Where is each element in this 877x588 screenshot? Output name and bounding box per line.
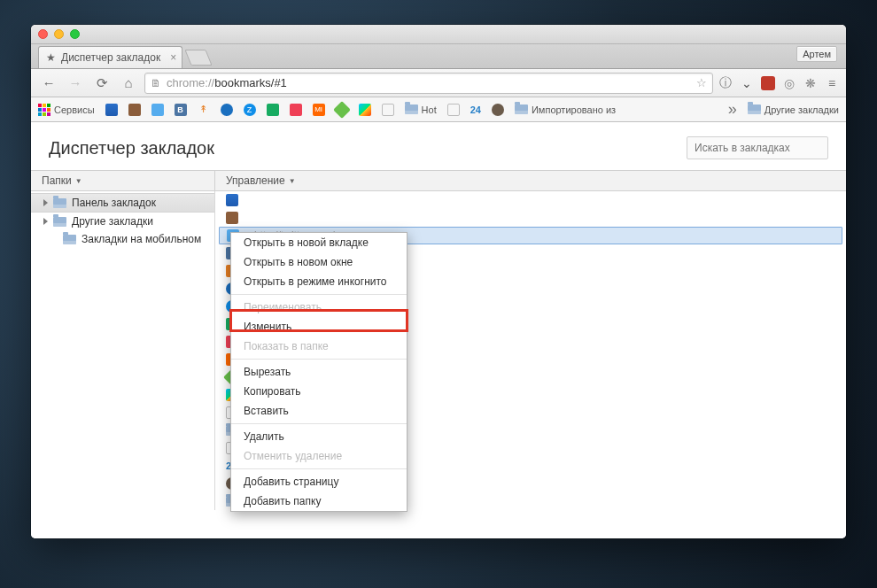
24-bookmark[interactable]: 24 xyxy=(470,104,481,115)
ctx-open-new-tab[interactable]: Открыть в новой вкладке xyxy=(231,233,407,252)
folder-icon xyxy=(515,104,528,114)
folder-icon xyxy=(748,104,761,114)
new-tab-button[interactable] xyxy=(185,50,213,66)
tree-item-mobile[interactable]: Закладки на мобильном xyxy=(31,230,214,248)
extension-icons: ⓘ ⌄ ◎ ❋ ≡ xyxy=(718,76,839,90)
window-minimize-button[interactable] xyxy=(54,29,64,39)
ext-red-icon[interactable] xyxy=(761,76,775,90)
ctx-paste[interactable]: Вставить xyxy=(231,401,407,421)
ctx-show-in-folder: Показать в папке xyxy=(231,337,407,356)
ctx-add-folder[interactable]: Добавить папку xyxy=(231,491,407,511)
favicon-5[interactable]: ↟ xyxy=(198,104,210,116)
twitter-icon[interactable] xyxy=(151,104,164,116)
tree-label: Закладки на мобильном xyxy=(81,233,201,245)
vk-icon[interactable]: B xyxy=(175,104,187,116)
apps-button[interactable]: Сервисы xyxy=(38,104,95,116)
toolbar: ← → ⟳ ⌂ 🗎 chrome:// bookmarks/#1 ☆ ⓘ ⌄ ◎… xyxy=(31,69,846,97)
omnibox[interactable]: 🗎 chrome:// bookmarks/#1 ☆ xyxy=(144,73,713,94)
page-title: Диспетчер закладок xyxy=(49,138,214,159)
ctx-delete[interactable]: Удалить xyxy=(231,427,407,446)
favicon-6[interactable] xyxy=(221,104,233,116)
tree-label: Другие закладки xyxy=(72,215,153,228)
favicon-14[interactable] xyxy=(447,104,460,116)
hot-label: Hot xyxy=(422,104,437,115)
folders-label: Папки xyxy=(42,174,72,187)
play-icon[interactable] xyxy=(359,104,371,116)
context-menu: Открыть в новой вкладке Открыть в новом … xyxy=(230,232,407,512)
forward-button[interactable]: → xyxy=(65,74,86,93)
tab-strip: ★ Диспетчер закладок × Артем xyxy=(31,44,846,69)
onedrive-icon[interactable] xyxy=(226,194,238,206)
apps-icon xyxy=(38,104,50,116)
window-close-button[interactable] xyxy=(38,29,48,39)
page-content: Диспетчер закладок Папки ▼ Управление ▼ … xyxy=(31,122,846,538)
star-icon: ★ xyxy=(46,51,56,64)
chevron-down-icon: ▼ xyxy=(75,177,82,185)
tree-item-other[interactable]: Другие закладки xyxy=(31,213,214,230)
folder-icon xyxy=(53,198,66,208)
ctx-rename: Переименовать xyxy=(231,298,407,317)
active-tab[interactable]: ★ Диспетчер закладок × xyxy=(38,46,182,68)
manage-menu[interactable]: Управление ▼ xyxy=(215,171,307,190)
search-input[interactable] xyxy=(687,136,828,159)
page-icon: 🗎 xyxy=(151,77,161,89)
browser-window: ★ Диспетчер закладок × Артем ← → ⟳ ⌂ 🗎 c… xyxy=(31,25,846,538)
close-icon[interactable]: × xyxy=(170,51,176,64)
favicon-9[interactable] xyxy=(290,104,302,116)
imported-label: Импортировано из xyxy=(532,104,616,115)
ctx-open-incognito[interactable]: Открыть в режиме инкогнито xyxy=(231,272,407,291)
apps-label: Сервисы xyxy=(54,104,95,115)
favicon-13[interactable] xyxy=(382,104,394,116)
manage-label: Управление xyxy=(226,174,285,187)
pocket-icon[interactable]: ⌄ xyxy=(740,76,754,90)
folder-icon xyxy=(63,235,76,244)
other-bookmarks-folder[interactable]: Другие закладки xyxy=(748,104,839,115)
info-icon[interactable]: ⓘ xyxy=(718,76,733,90)
profile-button[interactable]: Артем xyxy=(796,46,837,62)
folder-icon xyxy=(405,104,418,114)
ctx-copy[interactable]: Копировать xyxy=(231,382,407,401)
window-maximize-button[interactable] xyxy=(70,29,80,39)
titlebar xyxy=(31,25,846,44)
tree-label: Панель закладок xyxy=(72,197,156,209)
ctx-undo-delete: Отменить удаление xyxy=(231,446,407,466)
favicon-2[interactable] xyxy=(128,104,141,116)
evernote-icon[interactable]: ❋ xyxy=(803,76,818,90)
url-rest: bookmarks/#1 xyxy=(214,76,287,89)
tree-item-bookmarks-bar[interactable]: Панель закладок xyxy=(31,193,214,213)
favicon-2[interactable] xyxy=(226,212,238,224)
home-button[interactable]: ⌂ xyxy=(118,74,139,93)
hot-folder[interactable]: Hot xyxy=(405,104,437,115)
menu-icon[interactable]: ≡ xyxy=(825,76,839,90)
back-button[interactable]: ← xyxy=(38,74,59,93)
favicon-7[interactable]: Z xyxy=(244,104,256,116)
favicon-11[interactable] xyxy=(333,101,351,119)
reload-button[interactable]: ⟳ xyxy=(91,74,113,93)
folders-menu[interactable]: Папки ▼ xyxy=(31,171,215,190)
chevron-down-icon: ▼ xyxy=(289,177,296,185)
bookmark-star-icon[interactable]: ☆ xyxy=(696,76,707,89)
disclosure-triangle-icon[interactable] xyxy=(43,218,48,225)
other-bookmarks-label: Другие закладки xyxy=(764,104,839,115)
folder-icon xyxy=(53,217,66,227)
folders-tree: Панель закладок Другие закладки Закладки… xyxy=(31,191,215,510)
ctx-add-page[interactable]: Добавить страницу xyxy=(231,472,407,491)
favicon-10[interactable]: MI xyxy=(313,104,325,116)
ctx-open-new-window[interactable]: Открыть в новом окне xyxy=(231,252,407,272)
ctx-edit[interactable]: Изменить xyxy=(231,317,407,337)
bookmarks-bar: Сервисы B ↟ Z MI Hot 24 Импортировано из… xyxy=(31,97,846,122)
onedrive-icon[interactable] xyxy=(105,104,118,116)
ext-grey-icon[interactable]: ◎ xyxy=(782,76,796,90)
ctx-cut[interactable]: Вырезать xyxy=(231,362,407,382)
imported-folder[interactable]: Импортировано из xyxy=(515,104,616,115)
mailchimp-icon[interactable] xyxy=(492,104,504,116)
tab-title: Диспетчер закладок xyxy=(61,51,160,64)
favicon-8[interactable] xyxy=(267,104,279,116)
disclosure-triangle-icon[interactable] xyxy=(43,199,48,206)
url-scheme: chrome:// xyxy=(167,76,214,89)
overflow-chevron-icon[interactable]: » xyxy=(723,100,742,119)
